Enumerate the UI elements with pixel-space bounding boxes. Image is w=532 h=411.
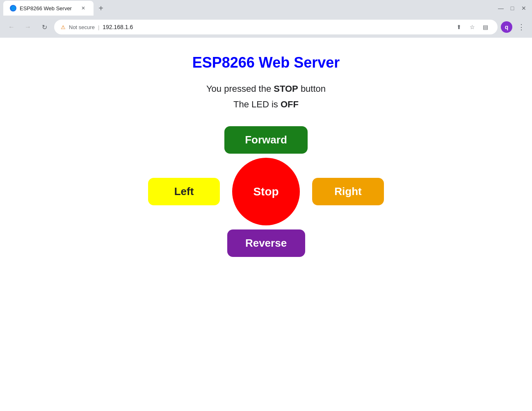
led-message: The LED is OFF [233,99,299,110]
tab-favicon: 🌐 [10,5,16,11]
middle-row: Left Stop Right [148,158,384,225]
maximize-button[interactable]: □ [507,3,517,13]
title-bar: 🌐 ESP8266 Web Server ✕ + — □ ✕ [0,0,532,16]
forward-button[interactable]: Forward [224,126,308,154]
status-message: You pressed the STOP button [206,84,326,94]
led-bold: OFF [281,99,299,109]
page-title: ESP8266 Web Server [192,54,340,71]
reverse-button[interactable]: Reverse [227,229,305,257]
security-label: Not secure [69,24,95,30]
forward-row: Forward [224,126,308,154]
share-icon[interactable]: ⬆ [453,21,465,33]
reverse-row: Reverse [227,229,305,257]
right-button[interactable]: Right [312,178,384,205]
window-controls: — □ ✕ [496,3,529,13]
left-button[interactable]: Left [148,178,220,205]
tab-close-button[interactable]: ✕ [80,5,87,12]
url-bar[interactable]: ⚠ Not secure | 192.168.1.6 ⬆ ☆ ▤ [54,20,498,34]
led-prefix: The LED is [233,99,281,109]
new-tab-button[interactable]: + [95,2,107,14]
menu-button[interactable]: ⋮ [516,21,527,33]
page-content: ESP8266 Web Server You pressed the STOP … [0,38,532,411]
reader-icon[interactable]: ▤ [479,21,491,33]
controls-container: Forward Left Stop Right Reverse [148,126,384,257]
status-prefix: You pressed the [206,84,274,94]
profile-button[interactable]: q [501,21,512,33]
tab-title: ESP8266 Web Server [20,5,76,11]
status-suffix: button [298,84,326,94]
url-text: 192.168.1.6 [103,24,133,30]
close-button[interactable]: ✕ [519,3,529,13]
security-icon: ⚠ [61,24,66,30]
forward-button[interactable]: → [21,20,34,34]
url-separator: | [98,24,99,30]
url-actions: ⬆ ☆ ▤ [453,21,491,33]
back-button[interactable]: ← [5,20,18,34]
stop-button[interactable]: Stop [232,158,300,225]
minimize-button[interactable]: — [496,3,506,13]
refresh-button[interactable]: ↻ [38,20,51,34]
browser-window: 🌐 ESP8266 Web Server ✕ + — □ ✕ ← → ↻ ⚠ N… [0,0,532,411]
status-bold: STOP [274,84,298,94]
bookmark-icon[interactable]: ☆ [466,21,478,33]
browser-tab[interactable]: 🌐 ESP8266 Web Server ✕ [3,1,94,16]
address-bar: ← → ↻ ⚠ Not secure | 192.168.1.6 ⬆ ☆ ▤ q… [0,16,532,38]
